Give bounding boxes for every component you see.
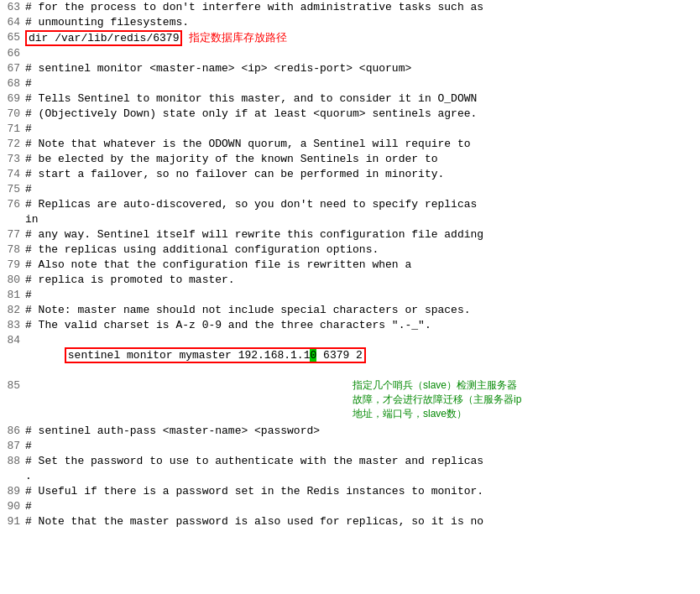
code-line-75: 75 #	[0, 182, 700, 197]
code-line-90: 90 #	[0, 499, 700, 514]
line-content-88b: .	[25, 469, 700, 484]
line-num-67: 67	[0, 61, 25, 76]
line-num-65: 65	[0, 30, 25, 45]
line-content-76b: in	[25, 212, 700, 227]
line-num-75: 75	[0, 182, 25, 197]
line-num-76: 76	[0, 197, 25, 212]
code-line-91: 91 # Note that the master password is al…	[0, 514, 700, 529]
line-content-87: #	[25, 439, 700, 454]
line-content-63: # for the process to don't interfere wit…	[25, 0, 700, 15]
line-num-71: 71	[0, 122, 25, 137]
code-line-79: 79 # Also note that the configuration fi…	[0, 258, 700, 273]
line-num-66: 66	[0, 46, 25, 61]
line-num-81: 81	[0, 288, 25, 303]
code-line-74: 74 # start a failover, so no failover ca…	[0, 167, 700, 182]
line-num-85: 85	[0, 378, 25, 393]
line-num-91: 91	[0, 514, 25, 529]
line-content-72: # Note that whatever is the ODOWN quorum…	[25, 137, 700, 152]
line-num-64: 64	[0, 15, 25, 30]
line-content-80: # replica is promoted to master.	[25, 273, 700, 288]
code-line-88b: 88 .	[0, 469, 700, 484]
line-content-81: #	[25, 288, 700, 303]
line-content-74: # start a failover, so no failover can b…	[25, 167, 700, 182]
line-num-73: 73	[0, 152, 25, 167]
line-num-80: 80	[0, 273, 25, 288]
code-line-77: 77 # any way. Sentinel itself will rewri…	[0, 227, 700, 242]
line-content-83: # The valid charset is A-z 0-9 and the t…	[25, 318, 700, 333]
line-content-65: dir /var/lib/redis/6379指定数据库存放路径	[25, 30, 700, 46]
code-line-84: 84 sentinel monitor mymaster 192.168.1.1…	[0, 333, 700, 378]
line-num-79: 79	[0, 258, 25, 273]
code-editor: 63 # for the process to don't interfere …	[0, 0, 700, 594]
line-num-82: 82	[0, 303, 25, 318]
line-content-79: # Also note that the configuration file …	[25, 258, 700, 273]
line-content-70: # (Objectively Down) state only if at le…	[25, 107, 700, 122]
line-num-89: 89	[0, 484, 25, 499]
line-content-84: sentinel monitor mymaster 192.168.1.10 6…	[25, 333, 700, 378]
line-content-68: #	[25, 76, 700, 91]
line-content-67: # sentinel monitor <master-name> <ip> <r…	[25, 61, 700, 76]
code-line-76: 76 # Replicas are auto-discovered, so yo…	[0, 197, 700, 212]
code-line-86: 86 # sentinel auth-pass <master-name> <p…	[0, 424, 700, 439]
code-line-89: 89 # Useful if there is a password set i…	[0, 484, 700, 499]
line-num-70: 70	[0, 107, 25, 122]
line-num-84: 84	[0, 333, 25, 348]
line-content-73: # be elected by the majority of the know…	[25, 152, 700, 167]
line-num-87: 87	[0, 439, 25, 454]
code-line-80: 80 # replica is promoted to master.	[0, 273, 700, 288]
code-line-88: 88 # Set the password to use to authenti…	[0, 454, 700, 469]
code-line-76b: 76 in	[0, 212, 700, 227]
code-line-83: 83 # The valid charset is A-z 0-9 and th…	[0, 318, 700, 333]
line-num-74: 74	[0, 167, 25, 182]
code-line-81: 81 #	[0, 288, 700, 303]
line-content-76: # Replicas are auto-discovered, so you d…	[25, 197, 700, 212]
line-content-82: # Note: master name should not include s…	[25, 303, 700, 318]
line-content-64: # unmounting filesystems.	[25, 15, 700, 30]
code-line-68: 68 #	[0, 76, 700, 91]
line-content-90: #	[25, 499, 700, 514]
code-line-78: 78 # the replicas using additional confi…	[0, 242, 700, 258]
line-content-89: # Useful if there is a password set in t…	[25, 484, 700, 499]
code-line-71: 71 #	[0, 122, 700, 137]
code-line-64: 64 # unmounting filesystems.	[0, 15, 700, 30]
code-line-70: 70 # (Objectively Down) state only if at…	[0, 107, 700, 122]
code-line-65: 65 dir /var/lib/redis/6379指定数据库存放路径	[0, 30, 700, 46]
line-content-69: # Tells Sentinel to monitor this master,…	[25, 91, 700, 107]
line-num-69: 69	[0, 91, 25, 107]
code-line-73: 73 # be elected by the majority of the k…	[0, 152, 700, 167]
code-line-67: 67 # sentinel monitor <master-name> <ip>…	[0, 61, 700, 76]
code-line-85: 85 指定几个哨兵（slave）检测主服务器 故障，才会进行故障迁移（主服务器i…	[0, 378, 700, 424]
line-num-68: 68	[0, 76, 25, 91]
line-content-91: # Note that the master password is also …	[25, 514, 700, 529]
code-line-87: 87 #	[0, 439, 700, 454]
line-content-78: # the replicas using additional configur…	[25, 242, 700, 258]
line-content-88: # Set the password to use to authenticat…	[25, 454, 700, 469]
line-content-77: # any way. Sentinel itself will rewrite …	[25, 227, 700, 242]
line-content-71: #	[25, 122, 700, 137]
annotation-84: 指定几个哨兵（slave）检测主服务器 故障，才会进行故障迁移（主服务器ip 地…	[353, 378, 521, 421]
line-num-88: 88	[0, 454, 25, 469]
line-num-72: 72	[0, 137, 25, 152]
line-num-83: 83	[0, 318, 25, 333]
code-line-72: 72 # Note that whatever is the ODOWN quo…	[0, 137, 700, 152]
code-line-69: 69 # Tells Sentinel to monitor this mast…	[0, 91, 700, 107]
line-num-86: 86	[0, 424, 25, 439]
line-num-78: 78	[0, 242, 25, 258]
code-line-82: 82 # Note: master name should not includ…	[0, 303, 700, 318]
code-line-63: 63 # for the process to don't interfere …	[0, 0, 700, 15]
annotation-65: 指定数据库存放路径	[189, 31, 287, 44]
line-content-86: # sentinel auth-pass <master-name> <pass…	[25, 424, 700, 439]
line-num-63: 63	[0, 0, 25, 15]
code-line-66: 66	[0, 46, 700, 61]
line-num-90: 90	[0, 499, 25, 514]
line-num-77: 77	[0, 227, 25, 242]
line-content-75: #	[25, 182, 700, 197]
